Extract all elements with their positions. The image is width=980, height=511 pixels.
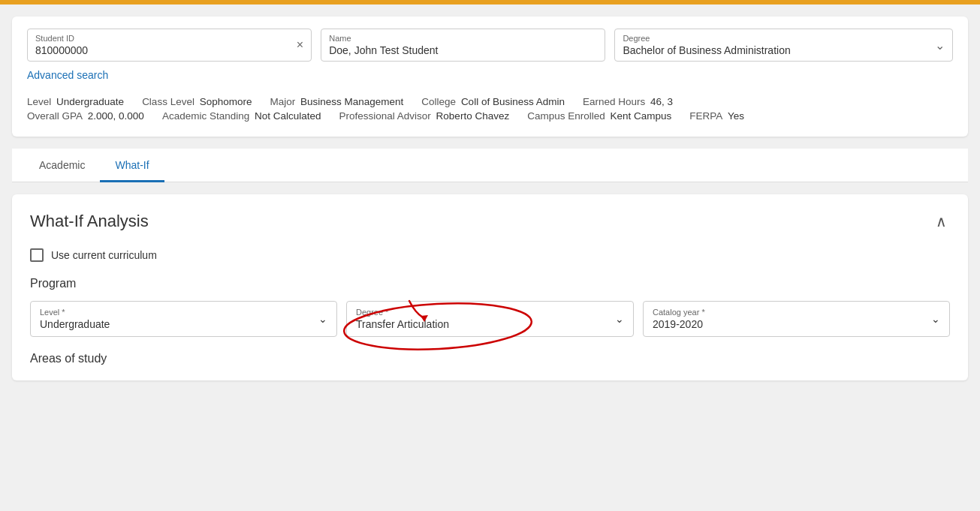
campus-label: Campus Enrolled <box>527 110 605 122</box>
degree-select-wrapper: Degree * Transfer Articulation ⌄ <box>346 301 634 337</box>
advisor-label: Professional Advisor <box>339 110 431 122</box>
major-item: Major Business Management <box>270 96 403 107</box>
academic-standing-item: Academic Standing Not Calculated <box>162 110 321 122</box>
class-level-value: Sophomore <box>200 96 252 107</box>
earned-hours-value: 46, 3 <box>650 96 673 107</box>
major-label: Major <box>270 96 295 107</box>
name-field: Name Doe, John Test Student <box>321 29 605 62</box>
catalog-year-value: 2019-2020 <box>653 318 931 330</box>
advanced-search-link[interactable]: Advanced search <box>27 69 108 81</box>
college-label: College <box>421 96 456 107</box>
program-section-title: Program <box>30 277 950 290</box>
page-wrapper: Student ID 810000000 × Name Doe, John Te… <box>0 5 980 392</box>
ferpa-label: FERPA <box>689 110 722 122</box>
degree-chevron-icon: ⌄ <box>615 313 624 325</box>
student-id-label: Student ID <box>35 34 303 43</box>
earned-hours-label: Earned Hours <box>583 96 645 107</box>
level-item: Level Undergraduate <box>27 96 124 107</box>
tab-what-if[interactable]: What-If <box>100 149 164 182</box>
student-id-field: Student ID 810000000 × <box>27 29 312 62</box>
catalog-year-content: Catalog year * 2019-2020 <box>653 308 931 330</box>
search-row: Student ID 810000000 × Name Doe, John Te… <box>27 29 953 62</box>
degree-label: Degree <box>623 34 935 43</box>
catalog-year-label: Catalog year * <box>653 308 931 317</box>
level-select-content: Level * Undergraduate <box>40 308 318 330</box>
level-chevron-icon: ⌄ <box>318 313 327 325</box>
tabs: Academic What-If <box>24 149 956 182</box>
clear-student-id-button[interactable]: × <box>297 38 303 52</box>
class-level-label: Class Level <box>142 96 194 107</box>
degree-content: Degree Bachelor of Business Administrati… <box>623 34 935 56</box>
degree-select-value: Transfer Articulation <box>356 318 615 330</box>
academic-standing-value: Not Calculated <box>255 110 321 122</box>
degree-chevron-icon: ⌄ <box>935 38 945 53</box>
name-value: Doe, John Test Student <box>329 44 438 56</box>
gpa-item: Overall GPA 2.000, 0.000 <box>27 110 144 122</box>
card-header: What-If Analysis ∧ <box>30 209 950 233</box>
card-title: What-If Analysis <box>30 212 149 231</box>
advisor-item: Professional Advisor Roberto Chavez <box>339 110 510 122</box>
level-select[interactable]: Level * Undergraduate ⌄ <box>30 301 337 337</box>
use-current-curriculum-checkbox[interactable] <box>30 248 44 262</box>
program-row: Level * Undergraduate ⌄ Degree * Transfe… <box>30 301 950 337</box>
level-select-label: Level * <box>40 308 318 317</box>
degree-select[interactable]: Degree * Transfer Articulation ⌄ <box>346 301 634 337</box>
degree-select-content: Degree * Transfer Articulation <box>356 308 615 330</box>
analysis-card: What-If Analysis ∧ Use current curriculu… <box>12 194 968 380</box>
name-label: Name <box>329 34 597 43</box>
use-current-curriculum-label: Use current curriculum <box>51 249 157 261</box>
student-card: Student ID 810000000 × Name Doe, John Te… <box>12 17 968 137</box>
tab-academic[interactable]: Academic <box>24 149 100 182</box>
academic-standing-label: Academic Standing <box>162 110 249 122</box>
campus-item: Campus Enrolled Kent Campus <box>527 110 671 122</box>
college-value: Coll of Business Admin <box>461 96 565 107</box>
degree-value: Bachelor of Business Administration <box>623 44 790 56</box>
checkbox-row: Use current curriculum <box>30 248 950 262</box>
major-value: Business Management <box>300 96 403 107</box>
advisor-value: Roberto Chavez <box>436 110 510 122</box>
class-level-item: Class Level Sophomore <box>142 96 252 107</box>
catalog-year-select[interactable]: Catalog year * 2019-2020 ⌄ <box>643 301 950 337</box>
degree-field[interactable]: Degree Bachelor of Business Administrati… <box>614 29 953 62</box>
ferpa-value: Yes <box>728 110 744 122</box>
ferpa-item: FERPA Yes <box>689 110 744 122</box>
campus-value: Kent Campus <box>611 110 672 122</box>
info-row-1: Level Undergraduate Class Level Sophomor… <box>27 96 953 107</box>
level-label: Level <box>27 96 51 107</box>
student-id-value: 810000000 <box>35 44 88 56</box>
level-select-value: Undergraduate <box>40 318 318 330</box>
gpa-value: 2.000, 0.000 <box>88 110 144 122</box>
level-value: Undergraduate <box>56 96 124 107</box>
tabs-container: Academic What-If <box>12 149 968 182</box>
areas-of-study-title: Areas of study <box>30 352 950 365</box>
college-item: College Coll of Business Admin <box>421 96 565 107</box>
info-row-2: Overall GPA 2.000, 0.000 Academic Standi… <box>27 110 953 122</box>
gpa-label: Overall GPA <box>27 110 83 122</box>
earned-hours-item: Earned Hours 46, 3 <box>583 96 673 107</box>
catalog-year-chevron-icon: ⌄ <box>931 313 940 325</box>
degree-select-label: Degree * <box>356 308 615 317</box>
collapse-button[interactable]: ∧ <box>933 209 950 233</box>
